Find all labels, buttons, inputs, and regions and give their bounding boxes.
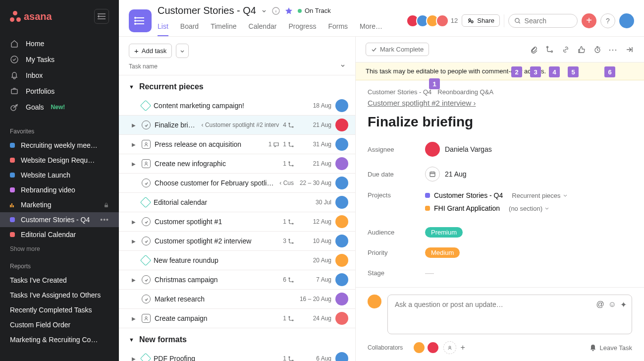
assignee-avatar[interactable] [335, 235, 348, 247]
check-circle-icon[interactable] [142, 179, 151, 187]
leave-task-button[interactable]: Leave Task [590, 344, 632, 352]
more-icon[interactable]: ⋯ [608, 45, 618, 55]
collaborator-avatar[interactable] [427, 341, 439, 354]
add-task-button[interactable]: +Add task [129, 44, 172, 58]
tab-calendar[interactable]: Calendar [249, 18, 277, 36]
expand-toggle[interactable]: ▶ [132, 122, 138, 128]
task-title[interactable]: Finalize briefing [368, 114, 632, 130]
task-row[interactable]: ▶Customer spotlight #11 12 Aug [119, 212, 355, 232]
project-title[interactable]: Customer Stories - Q4 [158, 5, 256, 16]
task-row[interactable]: Choose customer for February spotlight‹ … [119, 174, 355, 193]
task-row[interactable]: ▶PDF Proofing1 6 Aug [119, 349, 355, 361]
expand-toggle[interactable]: ▶ [132, 356, 138, 361]
task-row[interactable]: ▶Create campaign1 24 Aug [119, 309, 355, 328]
task-row[interactable]: New feature roundup20 Aug [119, 251, 355, 270]
chevron-down-icon[interactable] [340, 63, 345, 70]
check-circle-icon[interactable] [142, 237, 151, 245]
nav-goals[interactable]: GoalsNew! [0, 99, 119, 115]
logo[interactable]: asana [10, 11, 52, 22]
assignee-avatar[interactable] [335, 99, 348, 112]
nav-portfolios[interactable]: Portfolios [0, 83, 119, 99]
check-circle-icon[interactable] [142, 120, 151, 129]
sidebar-report-item[interactable]: Recently Completed Tasks [0, 302, 119, 317]
profile-avatar[interactable] [619, 13, 634, 28]
sidebar-report-item[interactable]: Tasks I've Created [0, 273, 119, 288]
check-circle-icon[interactable] [142, 295, 151, 303]
star-icon[interactable] [285, 7, 293, 15]
task-row[interactable]: ▶Finalize briefing‹ Customer spotlight #… [119, 116, 355, 135]
sidebar-report-item[interactable]: Custom Field Order [0, 317, 119, 332]
assignee-avatar[interactable] [335, 215, 348, 228]
tab-board[interactable]: Board [180, 18, 199, 36]
show-more-button[interactable]: Show more [0, 242, 119, 256]
sidebar-report-item[interactable]: Tasks I've Assigned to Others [0, 288, 119, 302]
due-date-value[interactable]: 21 Aug [425, 167, 467, 181]
project-icon[interactable] [129, 9, 152, 32]
tab-list[interactable]: List [158, 18, 168, 36]
priority-value[interactable]: Medium [425, 247, 460, 258]
section-header[interactable]: ▼Recurrent pieces [119, 75, 355, 96]
timer-icon[interactable] [592, 45, 602, 55]
check-circle-icon[interactable] [142, 275, 151, 284]
stage-value[interactable]: — [425, 268, 434, 278]
tab-forms[interactable]: Forms [328, 18, 348, 36]
breadcrumb[interactable]: Customer Stories - Q4Reonboarding Q&A [368, 88, 632, 96]
close-panel-icon[interactable] [624, 45, 634, 55]
info-icon[interactable] [272, 7, 280, 15]
assignee-avatar[interactable] [335, 157, 348, 170]
sidebar-favorite-item[interactable]: Recruiting weekly mee… [0, 138, 119, 153]
add-collaborator-button[interactable]: + [460, 343, 465, 352]
assignee-avatar[interactable] [335, 177, 348, 189]
task-row[interactable]: ▶Christmas campaign6 7 Aug [119, 270, 355, 290]
emoji-icon[interactable]: ☺ [608, 300, 616, 309]
tab-more[interactable]: More… [360, 18, 382, 36]
check-circle-icon[interactable] [142, 217, 151, 226]
sidebar-favorite-item[interactable]: Marketing [0, 197, 119, 212]
task-row[interactable]: ▶Press release on acquisition1 1 31 Aug [119, 135, 355, 154]
task-row[interactable]: Editorial calendar30 Jul [119, 193, 355, 212]
sidebar-favorite-item[interactable]: Rebranding video [0, 182, 119, 197]
attachment-icon[interactable] [529, 45, 539, 55]
task-row[interactable]: ▶Create new infographic1 21 Aug [119, 154, 355, 174]
nav-home[interactable]: Home [0, 36, 119, 52]
member-avatars[interactable]: 12 [406, 14, 458, 27]
project-assignment[interactable]: FHI Grant Application(no section) [425, 204, 568, 212]
task-row[interactable]: ▶Customer spotlight #2 interview3 10 Aug [119, 232, 355, 251]
sidebar-favorite-item[interactable]: Website Design Requ… [0, 153, 119, 168]
expand-toggle[interactable]: ▶ [132, 239, 138, 244]
assignee-avatar[interactable] [335, 138, 348, 151]
star-icon[interactable]: ✦ [620, 300, 627, 309]
project-assignment[interactable]: Customer Stories - Q4Recurrent pieces [425, 191, 568, 199]
collapse-sidebar-button[interactable] [94, 9, 109, 24]
sidebar-favorite-item[interactable]: Website Launch [0, 168, 119, 182]
collaborator-avatar[interactable] [413, 341, 426, 354]
expand-toggle[interactable]: ▶ [132, 316, 138, 321]
help-button[interactable]: ? [600, 13, 615, 28]
sidebar-favorite-item[interactable]: Editorial Calendar [0, 227, 119, 242]
task-row[interactable]: Content marketing campaign!18 Aug [119, 96, 355, 116]
subtask-icon[interactable] [545, 45, 555, 55]
share-button[interactable]: Share [462, 14, 500, 27]
assignee-avatar[interactable] [335, 254, 348, 267]
mark-complete-button[interactable]: Mark Complete [366, 43, 429, 56]
nav-my-tasks[interactable]: My Tasks [0, 52, 119, 67]
chevron-down-icon[interactable] [261, 8, 267, 14]
global-add-button[interactable]: + [582, 13, 596, 28]
assignee-avatar[interactable] [335, 119, 348, 131]
assignee-avatar[interactable] [335, 352, 348, 361]
more-icon[interactable]: ••• [100, 216, 109, 224]
tab-timeline[interactable]: Timeline [211, 18, 236, 36]
add-collaborator-placeholder[interactable] [443, 341, 456, 354]
add-task-dropdown[interactable] [176, 44, 189, 58]
comment-input[interactable]: @ ☺ ✦ [387, 295, 632, 334]
parent-task-link[interactable]: Customer spotlight #2 interview › [368, 99, 476, 107]
nav-inbox[interactable]: Inbox [0, 67, 119, 83]
assignee-avatar[interactable] [335, 312, 348, 325]
like-icon[interactable] [577, 45, 587, 55]
expand-toggle[interactable]: ▶ [132, 277, 138, 283]
section-header[interactable]: ▼New formats [119, 328, 355, 349]
tab-progress[interactable]: Progress [288, 18, 316, 36]
link-icon[interactable] [561, 45, 571, 55]
sidebar-favorite-item[interactable]: Customer Stories - Q4••• [0, 212, 119, 227]
task-row[interactable]: Market research16 – 20 Aug [119, 290, 355, 309]
